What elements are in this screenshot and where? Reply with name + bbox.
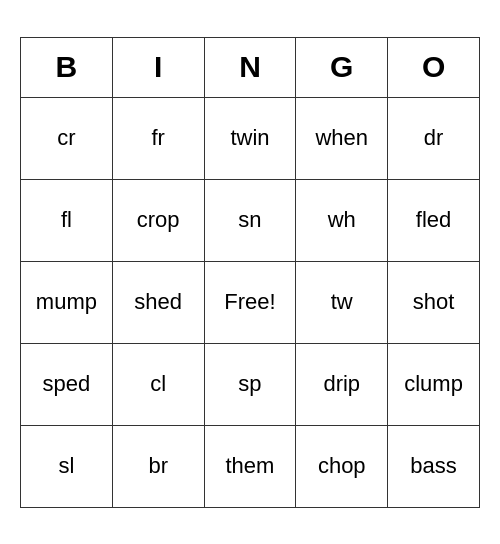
cell-r1c4: when: [296, 97, 388, 179]
cell-r3c1: mump: [21, 261, 113, 343]
header-n: N: [204, 37, 296, 97]
cell-r4c5: clump: [388, 343, 480, 425]
header-o: O: [388, 37, 480, 97]
cell-r2c3: sn: [204, 179, 296, 261]
cell-r2c2: crop: [112, 179, 204, 261]
cell-r1c5: dr: [388, 97, 480, 179]
cell-r4c2: cl: [112, 343, 204, 425]
cell-r4c1: sped: [21, 343, 113, 425]
cell-r3c5: shot: [388, 261, 480, 343]
cell-r1c3: twin: [204, 97, 296, 179]
cell-r2c5: fled: [388, 179, 480, 261]
header-b: B: [21, 37, 113, 97]
header-i: I: [112, 37, 204, 97]
cell-r5c4: chop: [296, 425, 388, 507]
table-row: sl br them chop bass: [21, 425, 480, 507]
cell-r1c2: fr: [112, 97, 204, 179]
cell-r2c4: wh: [296, 179, 388, 261]
cell-r4c4: drip: [296, 343, 388, 425]
table-row: fl crop sn wh fled: [21, 179, 480, 261]
cell-r3c4: tw: [296, 261, 388, 343]
table-row: cr fr twin when dr: [21, 97, 480, 179]
cell-r2c1: fl: [21, 179, 113, 261]
table-row: sped cl sp drip clump: [21, 343, 480, 425]
cell-r5c5: bass: [388, 425, 480, 507]
header-g: G: [296, 37, 388, 97]
cell-r3c2: shed: [112, 261, 204, 343]
header-row: B I N G O: [21, 37, 480, 97]
cell-r5c1: sl: [21, 425, 113, 507]
table-row: mump shed Free! tw shot: [21, 261, 480, 343]
cell-r5c3: them: [204, 425, 296, 507]
cell-r1c1: cr: [21, 97, 113, 179]
bingo-card: B I N G O cr fr twin when dr fl crop sn …: [20, 37, 480, 508]
cell-r5c2: br: [112, 425, 204, 507]
cell-r4c3: sp: [204, 343, 296, 425]
bingo-table: B I N G O cr fr twin when dr fl crop sn …: [20, 37, 480, 508]
cell-r3c3-free: Free!: [204, 261, 296, 343]
